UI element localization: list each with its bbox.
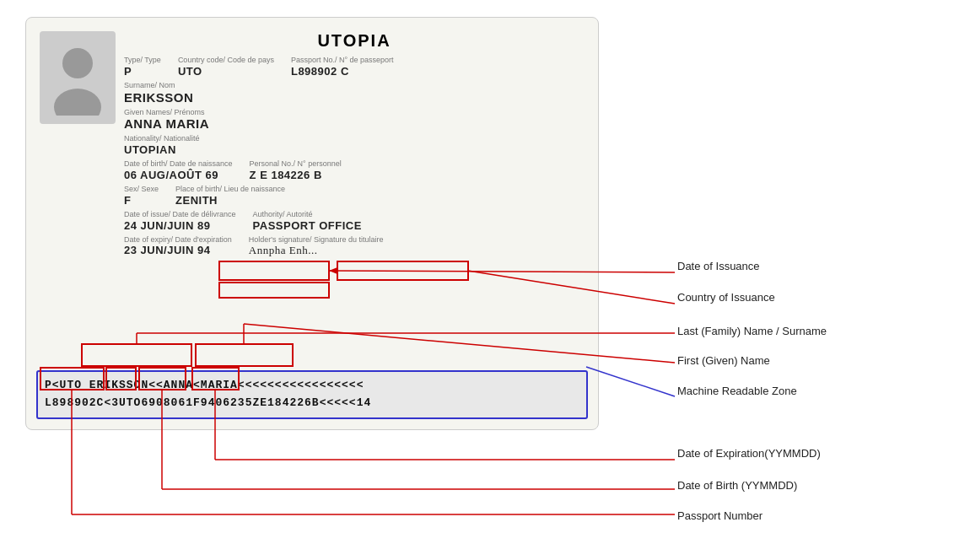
country-code-value: UTO <box>178 65 274 78</box>
date-of-birth-text: Date of Birth (YYMMDD) <box>677 479 797 492</box>
field-passport-no: Passport No./ N° de passeport L898902 C <box>291 56 394 78</box>
label-last-name: Last (Family) Name / Surname <box>677 325 827 337</box>
issue-date-value: 24 JUN/JUIN 89 <box>124 219 236 232</box>
field-dob: Date of birth/ Date de naissance 06 AUG/… <box>124 159 233 181</box>
field-nationality: Nationality/ Nationalité UTOPIAN <box>124 134 585 156</box>
given-names-value: ANNA MARIA <box>124 116 585 131</box>
svg-point-1 <box>54 89 101 116</box>
label-date-of-expiration: Date of Expiration(YYMMDD) <box>677 447 821 460</box>
row-issue-authority: Date of issue/ Date de délivrance 24 JUN… <box>124 210 585 232</box>
field-type: Type/ Type P <box>124 56 161 78</box>
type-label: Type/ Type <box>124 56 161 65</box>
row-sex-pob: Sex/ Sexe F Place of birth/ Lieu de nais… <box>124 185 585 207</box>
country-of-issuance-text: Country of Issuance <box>677 291 775 304</box>
nationality-label: Nationality/ Nationalité <box>124 134 585 143</box>
mrz-line2: L898902C<3UTO6908061F9406235ZE184226B<<<… <box>45 395 579 412</box>
first-name-text: First (Given) Name <box>677 354 770 367</box>
field-pob: Place of birth/ Lieu de naissance ZENITH <box>175 185 285 207</box>
holder-sig-value: Annpha Enh... <box>249 244 384 257</box>
type-value: P <box>124 65 161 78</box>
last-name-text: Last (Family) Name / Surname <box>677 325 827 337</box>
row-expiry-sig: Date of expiry/ Date d'expiration 23 JUN… <box>124 235 585 258</box>
passport-document: UTOPIA Type/ Type P Country code/ Code d… <box>25 17 599 430</box>
passport-no-value: L898902 C <box>291 65 394 78</box>
label-first-name: First (Given) Name <box>677 354 770 367</box>
label-date-of-issuance: Date of Issuance <box>677 260 760 272</box>
svg-point-0 <box>62 48 93 78</box>
pob-value: ZENITH <box>175 194 285 207</box>
field-holder-sig: Holder's signature/ Signature du titulai… <box>249 235 384 258</box>
passport-header: UTOPIA Type/ Type P Country code/ Code d… <box>40 31 585 261</box>
date-of-issuance-text: Date of Issuance <box>677 260 760 272</box>
field-given-names: Given Names/ Prénoms ANNA MARIA <box>124 108 585 132</box>
pob-label: Place of birth/ Lieu de naissance <box>175 185 285 194</box>
personal-no-value: Z E 184226 B <box>250 169 342 181</box>
passport-no-label: Passport No./ N° de passeport <box>291 56 394 65</box>
field-surname: Surname/ Nom ERIKSSON <box>124 81 585 105</box>
authority-value: PASSPORT OFFICE <box>253 219 362 232</box>
label-date-of-birth: Date of Birth (YYMMDD) <box>677 479 797 492</box>
field-authority: Authority/ Autorité PASSPORT OFFICE <box>253 210 362 232</box>
svg-line-24 <box>586 367 675 396</box>
personal-no-label: Personal No./ N° personnel <box>250 159 342 169</box>
country-code-label: Country code/ Code de pays <box>178 56 274 65</box>
label-machine-readable-zone: Machine Readable Zone <box>677 385 797 397</box>
label-passport-number: Passport Number <box>677 509 763 522</box>
field-personal-no: Personal No./ N° personnel Z E 184226 B <box>250 159 342 181</box>
holder-sig-label: Holder's signature/ Signature du titulai… <box>249 235 384 245</box>
field-expiry-date: Date of expiry/ Date d'expiration 23 JUN… <box>124 235 232 258</box>
passport-info: UTOPIA Type/ Type P Country code/ Code d… <box>124 31 585 261</box>
nationality-value: UTOPIAN <box>124 143 585 156</box>
row-type-country-passno: Type/ Type P Country code/ Code de pays … <box>124 56 585 78</box>
label-country-of-issuance: Country of Issuance <box>677 291 775 304</box>
issue-date-label: Date of issue/ Date de délivrance <box>124 210 236 219</box>
sex-value: F <box>124 194 159 207</box>
passport-photo-placeholder <box>40 31 116 124</box>
main-container: UTOPIA Type/ Type P Country code/ Code d… <box>0 0 970 560</box>
field-sex: Sex/ Sexe F <box>124 185 159 207</box>
sex-label: Sex/ Sexe <box>124 185 159 194</box>
surname-value: ERIKSSON <box>124 90 585 105</box>
expiry-date-label: Date of expiry/ Date d'expiration <box>124 235 232 245</box>
row-dob-personal: Date of birth/ Date de naissance 06 AUG/… <box>124 159 585 181</box>
mrz-text: Machine Readable Zone <box>677 385 797 397</box>
date-of-expiration-text: Date of Expiration(YYMMDD) <box>677 447 821 460</box>
expiry-date-value: 23 JUN/JUIN 94 <box>124 244 232 256</box>
surname-label: Surname/ Nom <box>124 81 585 90</box>
field-country-code: Country code/ Code de pays UTO <box>178 56 274 78</box>
mrz-line1: P<UTO ERIKSSON<<ANNA<MARIA<<<<<<<<<<<<<<… <box>45 377 579 395</box>
passport-number-text: Passport Number <box>677 509 763 522</box>
authority-label: Authority/ Autorité <box>253 210 362 219</box>
dob-value: 06 AUG/AOÛT 69 <box>124 169 233 181</box>
field-issue-date: Date of issue/ Date de délivrance 24 JUN… <box>124 210 236 232</box>
mrz-zone: P<UTO ERIKSSON<<ANNA<MARIA<<<<<<<<<<<<<<… <box>36 370 588 419</box>
given-names-label: Given Names/ Prénoms <box>124 108 585 117</box>
country-name: UTOPIA <box>124 31 585 51</box>
dob-label: Date of birth/ Date de naissance <box>124 159 233 169</box>
